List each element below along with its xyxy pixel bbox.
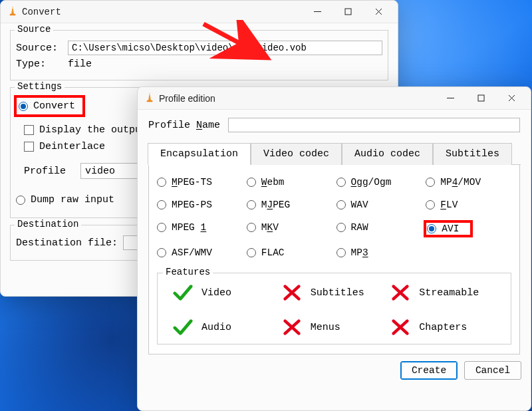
- minimize-button[interactable]: [302, 1, 332, 23]
- format-radio-mkv[interactable]: MKV: [247, 222, 279, 233]
- cross-icon: [280, 317, 304, 337]
- format-radio-wav[interactable]: WAV: [336, 200, 368, 210]
- dump-raw-label: Dump raw input: [31, 194, 114, 206]
- maximize-button[interactable]: [466, 88, 496, 109]
- format-label: MP3: [351, 247, 368, 258]
- source-group-legend: Source: [15, 24, 53, 35]
- feature-label: Streamable: [419, 287, 479, 299]
- feature-menus: Menus: [280, 317, 389, 337]
- format-radio-mpeg-ps[interactable]: MPEG-PS: [157, 200, 212, 210]
- dump-raw-radio[interactable]: Dump raw input: [16, 194, 114, 206]
- format-radio-mjpeg[interactable]: MJPEG: [247, 200, 291, 210]
- vlc-icon: [144, 92, 155, 104]
- format-label: MPEG-PS: [172, 200, 212, 210]
- feature-label: Menus: [311, 322, 340, 333]
- format-label: Ogg/Ogm: [351, 177, 392, 188]
- close-button[interactable]: [496, 88, 527, 109]
- feature-chapters: Chapters: [388, 317, 497, 337]
- deinterlace-checkbox[interactable]: Deinterlace: [24, 141, 105, 152]
- source-input[interactable]: [68, 41, 382, 55]
- tab-encapsulation[interactable]: Encapsulation: [148, 143, 251, 165]
- profile-titlebar[interactable]: Profile edition: [138, 87, 531, 110]
- feature-label: Chapters: [419, 322, 467, 333]
- format-radio-webm[interactable]: Webm: [247, 177, 285, 188]
- cross-icon: [388, 283, 412, 303]
- convert-titlebar[interactable]: Convert: [1, 1, 398, 23]
- profile-label: Profile: [24, 166, 66, 177]
- profile-name-label: Profile Name: [148, 120, 220, 131]
- encapsulation-panel: MPEG-TSWebmOgg/OgmMP4/MOVMPEG-PSMJPEGWAV…: [148, 165, 520, 354]
- format-radio-asf-wmv[interactable]: ASF/WMV: [157, 247, 212, 258]
- format-radio-ogg-ogm[interactable]: Ogg/Ogm: [336, 177, 392, 188]
- format-label: FLV: [440, 200, 458, 210]
- format-label: FLAC: [261, 247, 285, 258]
- type-value: file: [68, 59, 92, 70]
- format-radio-mp4-mov[interactable]: MP4/MOV: [426, 177, 481, 188]
- maximize-button[interactable]: [332, 1, 363, 23]
- vlc-icon: [7, 6, 18, 18]
- tab-bar: EncapsulationVideo codecAudio codecSubti…: [148, 143, 521, 165]
- settings-group-legend: Settings: [15, 81, 65, 92]
- feature-audio: Audio: [171, 317, 280, 337]
- destination-group-legend: Destination: [15, 219, 81, 229]
- format-label: RAW: [351, 222, 368, 233]
- check-icon: [171, 283, 195, 303]
- format-radio-mpeg-ts[interactable]: MPEG-TS: [157, 177, 212, 188]
- svg-rect-0: [345, 9, 351, 15]
- tab-audio-codec[interactable]: Audio codec: [342, 143, 433, 165]
- display-output-label: Display the output: [39, 124, 147, 136]
- cross-icon: [280, 283, 304, 303]
- format-radio-flv[interactable]: FLV: [426, 200, 458, 210]
- format-radio-mpeg-1[interactable]: MPEG 1: [157, 222, 206, 233]
- format-radio-flac[interactable]: FLAC: [247, 247, 285, 258]
- source-group: Source Source: Type: file: [10, 30, 388, 80]
- feature-label: Video: [201, 287, 231, 299]
- display-output-checkbox[interactable]: Display the output: [24, 124, 147, 136]
- features-group-legend: Features: [163, 267, 213, 277]
- tab-subtitles[interactable]: Subtitles: [433, 143, 512, 165]
- cross-icon: [388, 317, 412, 337]
- format-label: ASF/WMV: [172, 247, 212, 258]
- convert-radio[interactable]: Convert: [16, 97, 83, 115]
- profile-edition-window: Profile edition Profile Name Encapsulati…: [137, 86, 531, 411]
- source-label: Source:: [16, 43, 68, 54]
- minimize-button[interactable]: [435, 88, 466, 109]
- format-label: MKV: [261, 222, 279, 233]
- convert-window-title: Convert: [22, 7, 302, 17]
- feature-video: Video: [171, 283, 280, 303]
- profile-select-value: video: [85, 166, 115, 177]
- destination-file-label: Destination file:: [16, 237, 118, 249]
- close-button[interactable]: [363, 1, 394, 23]
- check-icon: [171, 317, 195, 337]
- type-label: Type:: [16, 59, 68, 70]
- format-label: MJPEG: [261, 200, 291, 210]
- create-button[interactable]: Create: [400, 361, 458, 380]
- profile-name-input[interactable]: [228, 118, 520, 132]
- tab-video-codec[interactable]: Video codec: [251, 143, 342, 165]
- format-label: MPEG-TS: [172, 177, 212, 188]
- format-radio-mp3[interactable]: MP3: [336, 247, 368, 258]
- deinterlace-label: Deinterlace: [39, 141, 105, 152]
- format-radio-raw[interactable]: RAW: [336, 222, 368, 233]
- feature-subtitles: Subtitles: [280, 283, 389, 303]
- format-label: MP4/MOV: [440, 177, 481, 188]
- format-label: Webm: [261, 177, 285, 188]
- profile-window-title: Profile edition: [159, 93, 435, 104]
- svg-rect-2: [478, 95, 484, 101]
- feature-label: Subtitles: [311, 287, 364, 299]
- format-label: MPEG 1: [172, 222, 206, 233]
- convert-radio-label: Convert: [33, 100, 75, 112]
- cancel-button[interactable]: Cancel: [464, 361, 521, 380]
- features-group: Features VideoSubtitlesStreamableAudioMe…: [157, 273, 511, 344]
- format-label: AVI: [442, 223, 459, 234]
- feature-streamable: Streamable: [388, 283, 497, 303]
- format-label: WAV: [351, 200, 368, 210]
- format-radio-avi[interactable]: AVI: [426, 222, 471, 235]
- feature-label: Audio: [201, 322, 231, 333]
